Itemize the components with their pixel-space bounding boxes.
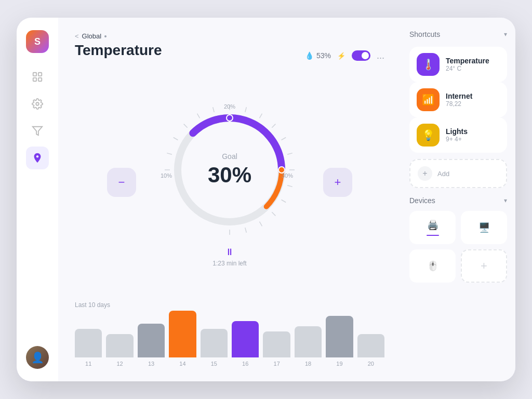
svg-rect-0 — [33, 73, 36, 76]
bar-group-18: 18 — [295, 326, 322, 367]
increase-button[interactable]: + — [323, 168, 352, 197]
add-shortcut-card[interactable]: + Add — [409, 159, 507, 188]
decrease-button[interactable]: − — [107, 168, 136, 197]
bar-12[interactable] — [106, 334, 133, 357]
shortcut-info: Lights 9+ 4+ — [446, 127, 468, 143]
humidity-value: 53% — [316, 51, 331, 60]
svg-rect-2 — [33, 78, 36, 81]
right-panel: Shortcuts ▾ 🌡️ Temperature 24° C 📶 Inter… — [401, 18, 515, 381]
svg-point-4 — [36, 102, 39, 105]
monitor-icon: 🖱️ — [427, 260, 438, 272]
bar-14[interactable] — [169, 311, 196, 357]
shortcut-name: Temperature — [446, 57, 489, 65]
bar-group-17: 17 — [263, 331, 290, 367]
sidebar-item-dashboard[interactable] — [26, 65, 49, 88]
bar-group-13: 13 — [138, 324, 165, 367]
shortcut-card-internet[interactable]: 📶 Internet 78,22 — [409, 82, 507, 117]
shortcut-value: 78,22 — [446, 100, 472, 108]
sidebar: S — [17, 18, 58, 381]
bar-13[interactable] — [138, 324, 165, 357]
bar-date-12: 12 — [116, 361, 123, 367]
shortcut-icon-internet: 📶 — [417, 88, 440, 111]
bar-date-11: 11 — [85, 361, 91, 367]
sidebar-item-settings[interactable] — [26, 92, 49, 115]
user-avatar[interactable]: 👤 — [26, 346, 49, 369]
bar-group-11: 11 — [75, 329, 102, 367]
breadcrumb-global[interactable]: Global — [82, 32, 102, 40]
svg-line-8 — [167, 153, 172, 155]
svg-line-15 — [260, 114, 262, 118]
add-device-icon: + — [481, 259, 487, 273]
plug-icon: ⚡ — [337, 52, 345, 60]
svg-line-12 — [213, 107, 215, 112]
gauge-center: Goal 30% — [208, 152, 251, 188]
bar-chart: 11 12 13 14 15 16 17 18 19 20 — [75, 315, 384, 367]
bar-date-20: 20 — [368, 361, 374, 367]
shortcut-name: Lights — [446, 127, 468, 136]
bar-17[interactable] — [263, 331, 290, 357]
gauge-container: 20% 10% 30% Goal 30% ⏸ 1:23 min left — [157, 97, 302, 267]
sidebar-item-location[interactable] — [26, 147, 49, 169]
svg-point-26 — [227, 115, 233, 121]
breadcrumb-separator — [104, 35, 107, 37]
gauge-section: − — [75, 71, 384, 293]
svg-line-20 — [287, 185, 292, 187]
svg-line-14 — [245, 107, 247, 112]
device-printer[interactable]: 🖨️ — [409, 211, 456, 244]
bar-group-15: 15 — [201, 329, 228, 367]
bar-11[interactable] — [75, 329, 102, 357]
svg-line-16 — [272, 124, 275, 128]
sidebar-bottom: 👤 — [26, 346, 49, 369]
bar-20[interactable] — [357, 334, 384, 357]
bar-date-16: 16 — [242, 361, 248, 367]
add-device-card[interactable]: + — [461, 249, 507, 283]
pause-button[interactable]: ⏸ — [225, 247, 234, 258]
devices-arrow: ▾ — [504, 197, 507, 204]
shortcut-card-temperature[interactable]: 🌡️ Temperature 24° C — [409, 47, 507, 82]
bar-date-18: 18 — [305, 361, 311, 367]
title-row: Temperature 💧 53% ⚡ ... — [75, 42, 384, 69]
svg-line-18 — [287, 153, 292, 155]
bar-16[interactable] — [232, 321, 259, 357]
humidity-icon: 💧 — [305, 51, 314, 60]
shortcut-name: Internet — [446, 92, 472, 100]
sidebar-avatar[interactable]: S — [26, 30, 49, 53]
bar-18[interactable] — [295, 326, 322, 357]
shortcut-cards: 🌡️ Temperature 24° C 📶 Internet 78,22 💡 … — [409, 47, 507, 153]
bar-group-12: 12 — [106, 334, 133, 367]
more-options[interactable]: ... — [377, 50, 384, 61]
svg-line-17 — [282, 138, 286, 140]
shortcut-value: 24° C — [446, 65, 489, 72]
bar-group-14: 14 — [169, 311, 196, 367]
shortcut-icon-temperature: 🌡️ — [417, 53, 440, 76]
add-shortcut-icon: + — [418, 166, 432, 181]
shortcuts-header: Shortcuts ▾ — [409, 30, 507, 38]
breadcrumb: < Global — [75, 32, 384, 40]
svg-text:20%: 20% — [224, 103, 235, 110]
chart-period-label: Last 10 days — [75, 301, 384, 309]
bar-group-16: 16 — [232, 321, 259, 367]
add-shortcut-label: Add — [437, 170, 449, 178]
screen-icon: 🖥️ — [478, 222, 490, 233]
device-screen[interactable]: 🖥️ — [461, 211, 507, 244]
power-toggle[interactable] — [352, 50, 370, 61]
bar-group-20: 20 — [357, 334, 384, 367]
time-left: 1:23 min left — [157, 260, 302, 267]
svg-rect-1 — [38, 73, 42, 76]
pause-section: ⏸ 1:23 min left — [157, 247, 302, 267]
bar-19[interactable] — [326, 316, 353, 357]
main-content: < Global Temperature 💧 53% ⚡ ... − — [58, 18, 401, 381]
svg-line-9 — [174, 138, 178, 140]
shortcuts-title: Shortcuts — [409, 30, 440, 38]
svg-text:10%: 10% — [161, 172, 172, 179]
bar-date-14: 14 — [179, 361, 185, 367]
shortcut-card-lights[interactable]: 💡 Lights 9+ 4+ — [409, 117, 507, 153]
svg-rect-3 — [38, 78, 42, 81]
svg-line-22 — [272, 212, 275, 216]
device-monitor[interactable]: 🖱️ — [409, 249, 456, 283]
svg-marker-5 — [33, 127, 42, 136]
bar-15[interactable] — [201, 329, 228, 357]
shortcut-info: Temperature 24° C — [446, 57, 489, 72]
sidebar-item-filter[interactable] — [26, 119, 49, 142]
bar-date-19: 19 — [336, 361, 342, 367]
